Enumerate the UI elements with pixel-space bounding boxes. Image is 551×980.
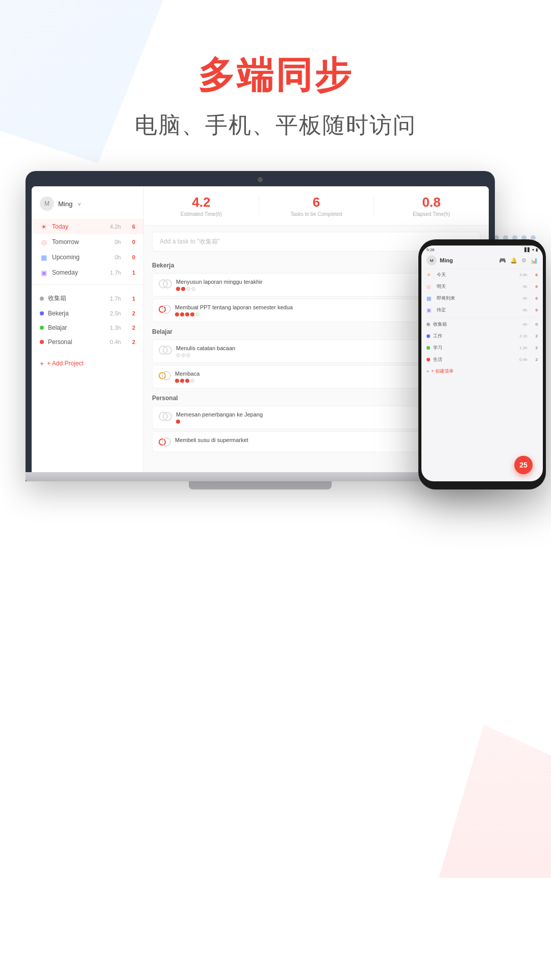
laptop-camera — [258, 177, 263, 182]
star-icon — [175, 379, 179, 383]
battery-icon: ▮ — [536, 248, 538, 252]
task-stars-1 — [176, 287, 262, 291]
stat-elapsed-value: 0.8 — [374, 194, 489, 210]
user-header: M Ming ∨ — [32, 197, 143, 219]
sidebar-item-upcoming[interactable]: ▦ Upcoming 0h 0 — [32, 250, 143, 265]
phone-study-count: 2 — [536, 346, 538, 350]
personal-dot — [40, 340, 44, 344]
phone-life-label: 生活 — [433, 356, 516, 363]
phone-work-count: 2 — [536, 334, 538, 338]
stat-tasks-label: Tasks to be Completed — [259, 211, 374, 217]
phone-project-inbox[interactable]: 收集箱 0h 0 — [421, 318, 543, 330]
task-circle-icon-3 — [162, 305, 171, 314]
add-project-button[interactable]: + + Add Project — [32, 354, 143, 373]
sidebar-username: Ming — [58, 200, 72, 208]
sidebar-item-tomorrow[interactable]: ◎ Tomorrow 0h 0 — [32, 234, 143, 250]
star-icon — [176, 287, 180, 291]
phone-tomorrow-count: 0 — [536, 284, 538, 289]
star-icon — [180, 379, 184, 383]
inbox-dot — [40, 297, 44, 301]
sidebar-item-belajar[interactable]: Belajar 1.3h 2 — [32, 321, 143, 335]
phone-status-icons: ▋▋ ▾ ▮ — [524, 248, 538, 252]
phone-fab-badge[interactable]: 25 — [514, 456, 533, 474]
inbox-count: 1 — [132, 296, 135, 302]
phone-sun-icon: ☀ — [427, 272, 434, 278]
app-sidebar: M Ming ∨ ☀ Today 4.2h 6 ◎ Tomorrow — [32, 186, 144, 472]
bekerja-time: 2.5h — [110, 310, 120, 316]
stat-tasks-value: 6 — [259, 194, 374, 210]
phone-project-work[interactable]: 工作 2.1h 2 — [421, 330, 543, 342]
upcoming-count: 0 — [132, 254, 135, 260]
task-circle-icon-6 — [162, 371, 171, 380]
gamepad-icon[interactable]: 🎮 — [499, 257, 506, 264]
task-text-3: Menulis catatan bacaan — [176, 345, 235, 351]
phone-wrapper: 5:28 ▋▋ ▾ ▮ M Ming 🎮 🔔 ⚙ 📊 — [418, 239, 546, 489]
header-section: 多端同步 电脑、手机、平板随时访问 — [0, 0, 551, 161]
phone-inbox-time: 0h — [523, 322, 528, 327]
add-project-label: + Add Project — [47, 360, 84, 367]
today-label: Today — [52, 223, 106, 230]
someday-count: 1 — [132, 270, 135, 276]
partly-cloudy-icon: ◎ — [40, 238, 48, 246]
phone-nav-upcoming[interactable]: ▦ 即将到来 0h 0 — [421, 292, 543, 304]
belajar-label: Belajar — [48, 324, 106, 331]
phone-nav-tomorrow[interactable]: ◎ 明天 0h 0 — [421, 281, 543, 292]
phone-project-study[interactable]: 学习 1.3h 2 — [421, 342, 543, 354]
bekerja-label: Bekerja — [48, 310, 106, 317]
phone-today-count: 6 — [536, 273, 538, 277]
phone-someday-time: 0h — [523, 308, 528, 312]
phone-today-label: 今天 — [437, 272, 516, 278]
task-stars-2 — [175, 312, 293, 316]
phone-someday-label: 待定 — [437, 307, 520, 313]
stat-elapsed-time: 0.8 Elapsed Time(h) — [374, 194, 489, 217]
phone-study-time: 1.3h — [519, 346, 528, 350]
bell-icon[interactable]: 🔔 — [510, 257, 517, 264]
upcoming-label: Upcoming — [52, 254, 111, 261]
sidebar-item-someday[interactable]: ▣ Someday 1.7h 1 — [32, 265, 143, 280]
phone-inbox-count: 0 — [536, 322, 538, 327]
task-circle-icon-5 — [163, 346, 172, 355]
task-circle-icon-8 — [163, 412, 172, 421]
phone-someday-count: 0 — [536, 308, 538, 312]
wifi-icon: ▾ — [532, 248, 534, 252]
phone-today-time: 3.8h — [519, 273, 528, 277]
add-list-button[interactable]: + + 创建清单 — [421, 365, 543, 377]
sidebar-item-personal[interactable]: Personal 0.4h 2 — [32, 335, 143, 349]
stat-estimated-time: 4.2 Estimated Time(h) — [144, 194, 259, 217]
phone-project-life[interactable]: 生活 0.4h 2 — [421, 354, 543, 365]
phone-header: M Ming 🎮 🔔 ⚙ 📊 — [421, 253, 543, 269]
phone-header-icons: 🎮 🔔 ⚙ 📊 — [499, 257, 538, 264]
phone-upcoming-count: 0 — [536, 296, 538, 301]
phone-nav-today[interactable]: ☀ 今天 3.8h 6 — [421, 269, 543, 281]
phone-life-time: 0.4h — [519, 357, 528, 362]
star-icon-empty — [186, 353, 190, 357]
stat-estimated-label: Estimated Time(h) — [144, 211, 259, 217]
phone-work-label: 工作 — [433, 333, 516, 339]
sidebar-item-inbox[interactable]: 收集箱 1.7h 1 — [32, 290, 143, 306]
task-text-4: Membaca — [175, 371, 199, 377]
inbox-project-dot — [427, 323, 430, 326]
someday-time: 1.7h — [110, 270, 120, 276]
stat-elapsed-label: Elapsed Time(h) — [374, 211, 489, 217]
task-circle-icon-2 — [163, 279, 172, 288]
belajar-time: 1.3h — [110, 325, 120, 331]
laptop-stand — [189, 481, 332, 489]
plus-icon: + — [40, 359, 44, 368]
work-project-dot — [427, 334, 430, 338]
star-icon-empty — [191, 287, 195, 291]
today-count: 6 — [132, 224, 135, 230]
task-text-6: Membeli susu di supermarket — [175, 437, 248, 443]
sidebar-item-today[interactable]: ☀ Today 4.2h 6 — [32, 219, 143, 234]
task-circle-icon-9 — [162, 437, 171, 447]
chart-icon[interactable]: 📊 — [531, 257, 538, 264]
phone-nav-someday[interactable]: ▣ 待定 0h 0 — [421, 304, 543, 316]
sidebar-item-bekerja[interactable]: Bekerja 2.5h 2 — [32, 306, 143, 321]
chevron-down-icon[interactable]: ∨ — [78, 201, 81, 207]
stats-bar: 4.2 Estimated Time(h) 6 Tasks to be Comp… — [144, 186, 489, 226]
gear-icon[interactable]: ⚙ — [521, 257, 527, 264]
phone-fab-count: 25 — [519, 461, 528, 469]
study-project-dot — [427, 346, 430, 350]
add-list-label: + 创建清单 — [431, 368, 454, 375]
phone-cloud-icon: ◎ — [427, 284, 434, 289]
phone-time: 5:28 — [427, 248, 435, 252]
